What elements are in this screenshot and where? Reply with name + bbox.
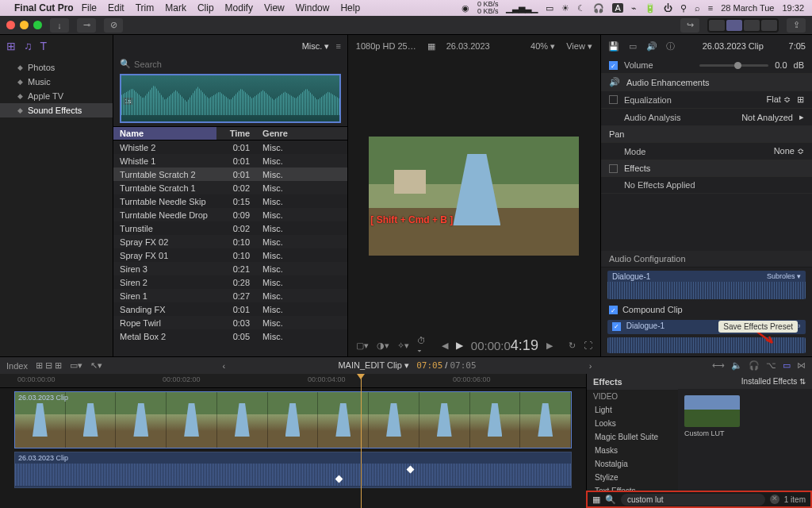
status-time[interactable]: 19:32 <box>782 3 804 13</box>
table-row[interactable]: Turntable Scratch 20:01Misc. <box>113 167 347 181</box>
audio-skim-icon[interactable]: 🔈 <box>731 360 742 371</box>
library-photos-icon[interactable]: ⊞ <box>6 40 16 52</box>
clear-search-button[interactable]: ✕ <box>770 495 779 504</box>
library-titles-icon[interactable]: T <box>40 40 48 52</box>
status-date[interactable]: 28 March Tue <box>721 3 774 13</box>
status-moon-icon[interactable]: ☾ <box>577 3 585 13</box>
skimming-icon[interactable]: ⟷ <box>712 360 725 371</box>
import-button[interactable]: ↓ <box>50 18 69 33</box>
table-row[interactable]: Siren 20:28Misc. <box>113 275 347 289</box>
eq-value-dropdown[interactable]: Flat ≎ <box>767 94 791 105</box>
viewer-timecode[interactable]: 00:00:04:19 <box>471 337 538 354</box>
timeline-layout-icon[interactable]: ⊞ ⊟ ⊞ <box>36 360 62 371</box>
menu-edit[interactable]: Edit <box>108 2 124 13</box>
menu-file[interactable]: File <box>82 2 97 13</box>
timeline-prev-button[interactable]: ‹ <box>223 361 226 371</box>
status-toggle-icon[interactable]: ⏻ <box>664 3 672 13</box>
effect-thumb-custom-lut[interactable]: Custom LUT <box>684 395 740 437</box>
fullscreen-window-button[interactable] <box>33 21 42 29</box>
insp-audio-icon[interactable]: 🔊 <box>645 41 658 52</box>
installed-effects-dropdown[interactable]: Installed Effects ⇅ <box>678 374 812 389</box>
compound-checkbox[interactable] <box>609 306 618 314</box>
library-item-apple-tv[interactable]: Apple TV <box>0 89 113 103</box>
table-row[interactable]: Spray FX 010:10Misc. <box>113 248 347 262</box>
loop-icon[interactable]: ↻ <box>569 341 576 351</box>
keyword-button[interactable]: ⊸ <box>77 18 96 33</box>
play-button[interactable]: ▶ <box>456 340 463 351</box>
transitions-icon[interactable]: ⋈ <box>797 360 806 371</box>
status-headphones-icon[interactable]: 🎧 <box>593 3 604 13</box>
table-row[interactable]: Turntable Needle Skip0:15Misc. <box>113 194 347 208</box>
table-row[interactable]: Turntable Needle Drop0:09Misc. <box>113 208 347 221</box>
eq-graph-icon[interactable]: ⊞ <box>797 94 804 105</box>
minimize-window-button[interactable] <box>20 21 29 29</box>
viewer-retime-icon[interactable]: ⏱▾ <box>417 336 426 355</box>
table-row[interactable]: Whistle 20:01Misc. <box>113 140 347 154</box>
viewer-video[interactable]: [ Shift + Cmd + B ] <box>369 137 579 256</box>
toolbar-arrow-button[interactable]: ↪ <box>680 18 699 33</box>
volume-value[interactable]: 0.0 <box>775 60 787 70</box>
library-media-icon[interactable]: ♫ <box>24 40 33 52</box>
status-search-icon[interactable]: ⌕ <box>695 3 700 13</box>
share-button[interactable]: ⇪ <box>787 18 806 33</box>
timeline-index-button[interactable]: Index <box>6 361 28 371</box>
table-row[interactable]: Turntable Scratch 10:02Misc. <box>113 181 347 194</box>
insp-info-icon[interactable]: ⓘ <box>665 40 677 52</box>
table-row[interactable]: Siren 30:21Misc. <box>113 262 347 275</box>
col-name[interactable]: Name <box>113 127 216 140</box>
timeline-title[interactable]: MAIN_EDIT Clip <box>338 360 401 370</box>
table-row[interactable]: Whistle 10:01Misc. <box>113 154 347 167</box>
table-row[interactable]: Metal Box 20:05Misc. <box>113 329 347 343</box>
status-a-icon[interactable]: A <box>612 3 622 13</box>
video-track-clip[interactable]: 26.03.2023 Clip <box>14 391 572 448</box>
timeline-next-button[interactable]: › <box>589 361 592 371</box>
volume-slider[interactable] <box>699 64 768 67</box>
status-battery-icon[interactable]: 🔋 <box>645 3 656 13</box>
status-display-icon[interactable]: ▭ <box>546 3 553 13</box>
col-genre[interactable]: Genre <box>256 129 347 138</box>
bg-tasks-button[interactable]: ⊘ <box>104 18 123 33</box>
menu-mark[interactable]: Mark <box>165 2 186 13</box>
app-name[interactable]: Final Cut Pro <box>14 2 74 13</box>
volume-checkbox[interactable] <box>609 61 618 70</box>
viewer-view-dropdown[interactable]: View ▾ <box>566 41 592 52</box>
effects-browser-icon[interactable]: ▭ <box>783 360 791 371</box>
timeline-tool-dropdown[interactable]: ↖▾ <box>90 360 102 371</box>
effects-search-input[interactable] <box>621 494 765 506</box>
viewer-enhance-icon[interactable]: ✧▾ <box>397 341 409 351</box>
fullscreen-icon[interactable]: ⛶ <box>584 341 592 350</box>
audio-config-clip[interactable]: Dialogue-1 Subroles ▾ <box>607 271 806 299</box>
browser-list-icon[interactable]: ≡ <box>335 41 340 51</box>
eq-checkbox[interactable] <box>609 95 618 104</box>
table-row[interactable]: Sanding FX0:01Misc. <box>113 302 347 316</box>
library-item-sound-effects[interactable]: Sound Effects <box>0 103 113 117</box>
effects-category[interactable]: Magic Bullet Suite <box>587 430 678 444</box>
table-row[interactable]: Rope Twirl0:03Misc. <box>113 316 347 329</box>
effects-grid-icon[interactable]: ▦ <box>592 495 600 505</box>
insp-video-icon[interactable]: ▭ <box>626 41 639 52</box>
layout-segmented[interactable] <box>707 18 779 33</box>
menu-help[interactable]: Help <box>340 2 360 13</box>
snap-icon[interactable]: ⌥ <box>766 360 776 371</box>
dialogue2-checkbox[interactable] <box>612 322 621 331</box>
timeline-ruler[interactable]: 00:00:00:00 00:00:02:00 00:00:04:00 00:0… <box>0 374 586 388</box>
menu-window[interactable]: Window <box>296 2 330 13</box>
table-row[interactable]: Turnstile0:02Misc. <box>113 221 347 235</box>
library-item-photos[interactable]: Photos <box>0 60 113 75</box>
menu-trim[interactable]: Trim <box>136 2 155 13</box>
solo-icon[interactable]: 🎧 <box>749 360 760 371</box>
effects-category[interactable]: Light <box>587 403 678 417</box>
menu-clip[interactable]: Clip <box>197 2 214 13</box>
table-row[interactable]: Spray FX 020:10Misc. <box>113 235 347 248</box>
browser-waveform-preview[interactable]: 1s <box>120 74 341 123</box>
table-row[interactable]: Siren 10:27Misc. <box>113 289 347 302</box>
effects-category[interactable]: Stylize <box>587 471 678 484</box>
viewer-transform-icon[interactable]: ▢▾ <box>356 341 369 351</box>
dialogue-subroles[interactable]: Subroles ▾ <box>767 272 801 280</box>
status-brightness-icon[interactable]: ☀ <box>561 3 569 13</box>
effects-checkbox[interactable] <box>609 164 618 173</box>
browser-search-input[interactable] <box>134 60 341 69</box>
status-bluetooth-icon[interactable]: ⌁ <box>631 3 637 13</box>
insp-save-icon[interactable]: 💾 <box>607 41 620 52</box>
playhead[interactable] <box>361 374 362 508</box>
